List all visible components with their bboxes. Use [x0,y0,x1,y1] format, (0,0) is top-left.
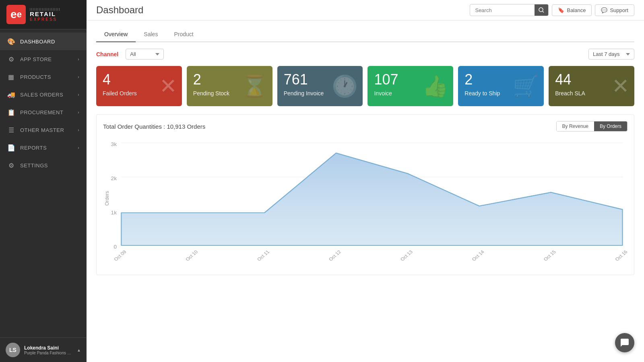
sidebar-item-reports[interactable]: 📄 REPORTS › [0,139,87,156]
channel-filter: Channel All Amazon Flipkart Snapdeal [96,49,164,60]
pending-invoice-icon: 🕐 [332,74,358,99]
content-area: Overview Sales Product Channel All Amazo… [87,21,644,362]
svg-point-0 [539,8,543,12]
channel-select[interactable]: All Amazon Flipkart Snapdeal [126,49,164,60]
chevron-right-icon: › [78,57,79,62]
chevron-right-icon: › [78,128,79,132]
user-company: Purple Panda Fashions Pvt Ltd [24,351,73,355]
tab-overview[interactable]: Overview [96,27,136,42]
sidebar-item-other-master[interactable]: ☰ OTHER MASTER › [0,121,87,139]
filter-row: Channel All Amazon Flipkart Snapdeal Las… [96,49,634,60]
sidebar-item-dashboard[interactable]: 🎨 DASHBOARD [0,33,87,50]
balance-button[interactable]: 🔖 Balance [552,4,592,16]
chat-button[interactable] [615,333,634,352]
sidebar-item-label: REPORTS [20,145,47,151]
stat-card-pending-stock[interactable]: 2 Pending Stock ⌛ [187,66,272,106]
svg-text:0: 0 [114,244,117,250]
ready-to-ship-icon: 🛒 [513,74,539,99]
chart-header: Total Order Quantities : 10,913 Orders B… [103,121,627,132]
logo-icon: e [6,5,26,24]
sidebar-item-label: PRODUCTS [20,74,51,80]
header: Dashboard 🔖 Balance 💬 Support [87,0,644,21]
svg-text:1k: 1k [111,210,117,216]
search-button[interactable] [535,4,548,16]
stat-cards: 4 Failed Orders ✕ 2 Pending Stock ⌛ 761 … [96,66,634,106]
procurement-icon: 📋 [7,108,15,116]
svg-text:Oct 15: Oct 15 [542,249,557,262]
tab-product[interactable]: Product [166,27,201,42]
svg-line-1 [543,11,544,12]
brand-name: RETAIL [30,10,60,17]
svg-text:3k: 3k [111,142,117,147]
balance-label: Balance [567,7,586,13]
main-content: Dashboard 🔖 Balance 💬 Support Overview S… [87,0,644,362]
sidebar-item-label: APP STORE [20,56,52,62]
svg-text:Oct 11: Oct 11 [256,249,270,262]
user-info: Lokendra Saini Purple Panda Fashions Pvt… [24,345,73,355]
sidebar-item-products[interactable]: ▦ PRODUCTS › [0,68,87,86]
support-button[interactable]: 💬 Support [595,4,634,16]
date-range-select[interactable]: Last 7 days Last 30 days Last 90 days [588,49,634,60]
area-chart-fill [121,153,622,246]
app-store-icon: ⚙ [7,55,15,63]
stat-card-invoice[interactable]: 107 Invoice 👍 [367,66,453,106]
svg-text:Oct 09: Oct 09 [113,249,127,262]
sidebar-item-procurement[interactable]: 📋 PROCUREMENT › [0,103,87,121]
header-actions: 🔖 Balance 💬 Support [470,4,634,16]
chevron-right-icon: › [78,75,79,79]
chart-container: Total Order Quantities : 10,913 Orders B… [96,114,634,275]
sidebar-item-settings[interactable]: ⚙ SETTINGS [0,156,87,174]
other-master-icon: ☰ [7,126,15,134]
page-title: Dashboard [96,4,143,16]
svg-text:Oct 14: Oct 14 [471,249,485,262]
support-label: Support [610,7,628,13]
chart-toggle: By Revenue By Orders [556,121,627,132]
search-box [470,4,549,16]
breach-sla-icon: ✕ [612,74,630,98]
chart-title: Total Order Quantities : 10,913 Orders [103,123,205,130]
user-footer[interactable]: LS Lokendra Saini Purple Panda Fashions … [0,337,87,362]
svg-text:Oct 12: Oct 12 [328,249,342,262]
svg-text:Oct 13: Oct 13 [399,249,414,262]
sidebar-item-label: OTHER MASTER [20,127,64,133]
sales-orders-icon: 🚚 [7,90,15,99]
products-icon: ▦ [7,73,15,81]
user-name: Lokendra Saini [24,345,73,351]
dashboard-icon: 🎨 [7,37,15,45]
sidebar-item-sales-orders[interactable]: 🚚 SALES ORDERS › [0,86,87,103]
by-revenue-button[interactable]: By Revenue [557,121,594,131]
tab-sales[interactable]: Sales [136,27,166,42]
svg-text:Oct 10: Oct 10 [184,249,199,262]
sidebar-item-label: SALES ORDERS [20,92,63,98]
pending-stock-icon: ⌛ [242,74,268,99]
by-orders-button[interactable]: By Orders [594,121,627,131]
chevron-right-icon: › [78,110,79,115]
stat-card-failed-orders[interactable]: 4 Failed Orders ✕ [96,66,182,106]
logo-area: e |||||||||||||||||||| RETAIL EXPRESS [0,0,87,29]
sidebar-nav: 🎨 DASHBOARD ⚙ APP STORE › ▦ PRODUCTS › 🚚… [0,29,87,337]
balance-icon: 🔖 [558,7,564,13]
svg-text:2k: 2k [111,176,117,181]
failed-orders-icon: ✕ [159,74,177,98]
search-input[interactable] [470,5,535,16]
svg-text:Oct 16: Oct 16 [614,249,627,262]
orders-chart: 3k 2k 1k 0 [103,138,627,267]
sidebar-item-label: SETTINGS [20,162,48,169]
chevron-right-icon: › [78,146,79,150]
sidebar-item-label: DASHBOARD [20,39,55,45]
avatar: LS [6,343,20,357]
channel-label: Channel [96,51,118,58]
stat-card-breach-sla[interactable]: 44 Breach SLA ✕ [549,66,634,106]
svg-text:Orders: Orders [103,191,110,206]
sidebar-item-label: PROCUREMENT [20,109,63,115]
logo-text: |||||||||||||||||||| RETAIL EXPRESS [30,8,60,22]
chart-svg-wrap: 3k 2k 1k 0 [103,138,627,268]
invoice-icon: 👍 [422,74,448,99]
chevron-up-icon: ▲ [77,348,81,352]
search-icon [539,7,544,13]
chevron-right-icon: › [78,93,79,97]
sidebar-item-app-store[interactable]: ⚙ APP STORE › [0,50,87,68]
stat-card-pending-invoice[interactable]: 761 Pending Invoice 🕐 [277,66,363,106]
stat-card-ready-to-ship[interactable]: 2 Ready to Ship 🛒 [458,66,544,106]
brand-sub: EXPRESS [30,17,60,22]
